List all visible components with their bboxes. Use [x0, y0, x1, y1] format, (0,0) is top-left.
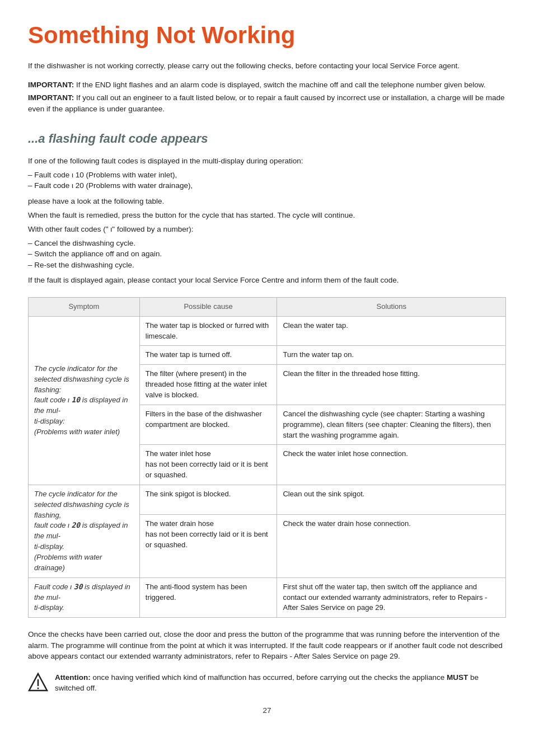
solution-cell: Clean the water tap.	[277, 316, 506, 346]
fault-table: Symptom Possible cause Solutions The cyc…	[28, 297, 506, 618]
post-table-text: Once the checks have been carried out, c…	[28, 629, 506, 662]
important1-label: IMPORTANT:	[28, 81, 74, 89]
table-row: The cycle indicator for the selected dis…	[29, 316, 506, 346]
important1: IMPORTANT: If the END light flashes and …	[28, 79, 506, 91]
attention-box: Attention: once having verified which ki…	[28, 672, 506, 694]
fault-other-item: Switch the appliance off and on again.	[28, 248, 506, 260]
cause-cell: The water tap is turned off.	[139, 346, 277, 365]
solution-cell: Check the water inlet hose connection.	[277, 445, 506, 485]
important2-text: If you call out an engineer to a fault l…	[28, 93, 504, 113]
col-solutions: Solutions	[277, 297, 506, 316]
important2: IMPORTANT: If you call out an engineer t…	[28, 92, 506, 114]
fault-code-item: Fault code ι 10 (Problems with water inl…	[28, 170, 506, 181]
col-symptom: Symptom	[29, 297, 140, 316]
fault-other-list: Cancel the dishwashing cycle. Switch the…	[28, 238, 506, 271]
symptom-cell-1: The cycle indicator for the selected dis…	[29, 316, 140, 485]
fault-other-item: Cancel the dishwashing cycle.	[28, 238, 506, 249]
cause-cell: The water drain hosehas not been correct…	[139, 515, 277, 578]
col-cause: Possible cause	[139, 297, 277, 316]
cause-cell: The sink spigot is blocked.	[139, 485, 277, 514]
fault-contact: If the fault is displayed again, please …	[28, 275, 506, 286]
solution-cell: Turn the water tap on.	[277, 346, 506, 365]
svg-point-2	[38, 687, 39, 689]
table-row: Fault code ι 30 is displayed in the mul-…	[29, 577, 506, 618]
cause-cell: Filters in the base of the dishwasher co…	[139, 405, 277, 445]
cause-cell: The water inlet hosehas not been correct…	[139, 445, 277, 485]
symptom-cell-2: The cycle indicator for the selected dis…	[29, 485, 140, 577]
page-number: 27	[28, 705, 506, 716]
attention-text: Attention: once having verified which ki…	[55, 672, 506, 694]
solution-cell: Check the water drain hose connection.	[277, 515, 506, 578]
page-title: Something Not Working	[28, 22, 506, 48]
attention-body: once having verified which kind of malfu…	[55, 673, 479, 693]
attention-label: Attention:	[55, 673, 91, 682]
warning-icon	[28, 672, 48, 692]
fault-intro4: With other fault codes (" ι" followed by…	[28, 224, 506, 235]
symptom-cell-3: Fault code ι 30 is displayed in the mul-…	[29, 577, 140, 618]
cause-cell: The anti-flood system has been triggered…	[139, 577, 277, 618]
cause-cell: The water tap is blocked or furred with …	[139, 316, 277, 346]
solution-cell: Clean the filter in the threaded hose fi…	[277, 365, 506, 405]
solution-cell: Cancel the dishwashing cycle (see chapte…	[277, 405, 506, 445]
fault-intro3: When the fault is remedied, press the bu…	[28, 210, 506, 221]
important2-label: IMPORTANT:	[28, 93, 74, 102]
solution-cell: First shut off the water tap, then switc…	[277, 577, 506, 618]
fault-intro1: If one of the following fault codes is d…	[28, 156, 506, 167]
intro-text: If the dishwasher is not working correct…	[28, 60, 506, 72]
fault-codes-list: Fault code ι 10 (Problems with water inl…	[28, 170, 506, 191]
fault-other-item: Re-set the dishwashing cycle.	[28, 260, 506, 271]
fault-intro2: please have a look at the following tabl…	[28, 196, 506, 207]
cause-cell: The filter (where present) in the thread…	[139, 365, 277, 405]
solution-cell: Clean out the sink spigot.	[277, 485, 506, 514]
fault-code-item: Fault code ι 20 (Problems with water dra…	[28, 180, 506, 191]
table-row: The cycle indicator for the selected dis…	[29, 485, 506, 514]
important1-text: If the END light flashes and an alarm co…	[74, 81, 485, 89]
section-heading: ...a flashing fault code appears	[28, 130, 506, 148]
